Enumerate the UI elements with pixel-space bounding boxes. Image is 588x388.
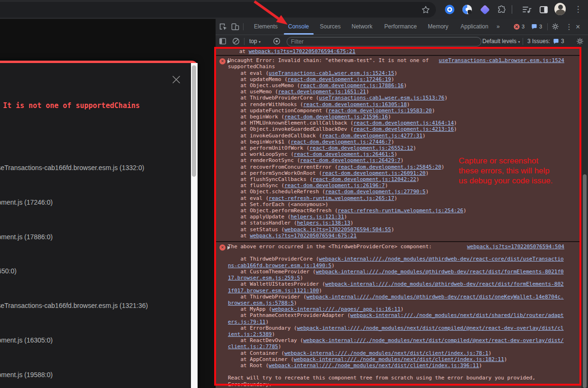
stack-frame-file[interactable]: evelopment.js (16305:0) [0, 336, 53, 344]
console-text: ) [394, 195, 398, 201]
stack-frame-file[interactable]: evelopment.js (17886:0) [0, 233, 53, 241]
console-text: ) [265, 319, 269, 325]
console-error-badge-icon[interactable] [514, 24, 520, 30]
source-link[interactable]: react-refresh-runtim…velopment.js:265:17 [269, 195, 394, 201]
source-link[interactable]: react-dom.development.js:4213:16 [353, 126, 454, 132]
source-link[interactable]: react-dom.development.js:27446:7 [290, 139, 391, 145]
tab-application[interactable]: Application [461, 19, 488, 35]
side-panel-icon[interactable] [538, 4, 549, 15]
console-text: at beginWork ( [228, 114, 284, 120]
source-link[interactable]: react.development.js:1651:21 [278, 89, 366, 95]
filter-input[interactable] [287, 37, 481, 46]
console-text: at Container ( [228, 350, 284, 356]
console-settings-gear-icon[interactable] [576, 37, 584, 45]
source-link[interactable]: react-dom.development.js:4164:14 [353, 120, 454, 126]
extension-blue-circle-icon[interactable] [444, 4, 455, 15]
source-link[interactable]: webpack.js?ts=1702205076594:504:55 [284, 226, 391, 233]
source-link[interactable]: webpack-internal:///./node_modules/next/… [294, 356, 504, 362]
context-selector[interactable]: top ▾ [249, 35, 261, 48]
console-text: at updateFunctionComponent ( [228, 108, 328, 114]
source-link[interactable]: react-dom.development.js:16305:18 [303, 101, 407, 108]
console-line: at Container (webpack-internal:///./node… [228, 350, 564, 356]
tab-network[interactable]: Network [352, 19, 372, 35]
tab-bar-separator [243, 23, 244, 30]
devtools-close-icon[interactable]: × [576, 19, 580, 35]
source-link[interactable]: useTransactions-cab1…wser.esm.js:1524:15 [269, 70, 394, 76]
console-error-message-1: × useTransactions-cab1…browser.esm.js:15… [216, 56, 581, 242]
devtools-tab-bar: ElementsConsoleSourcesNetworkPerformance… [216, 19, 588, 35]
source-link[interactable]: react-dom.development.js:17886:16 [300, 82, 404, 89]
console-text: ) [385, 182, 388, 189]
source-link[interactable]: webpack-internal:///./pages/_app.js:16:1… [272, 306, 401, 312]
console-text: at updateMemo ( [228, 76, 288, 82]
console-scrollbar-thumb[interactable] [583, 174, 587, 388]
device-toolbar-icon[interactable] [231, 22, 240, 31]
tab-memory[interactable]: Memory [428, 19, 448, 35]
source-link[interactable]: react-dom.development.js:17246:19 [288, 76, 391, 82]
source-link[interactable]: react-dom.development.js:26429:7 [300, 157, 400, 163]
console-scrollbar[interactable] [581, 48, 588, 388]
source-link[interactable]: react-dom.development.js:21596:16 [284, 114, 388, 120]
stack-frame-file[interactable]: evelopment.js (17246:0) [0, 198, 53, 207]
source-link[interactable]: react-refresh-runtim…velopment.js:254:26 [338, 208, 463, 214]
stack-frame-file[interactable]: dist/useTransactions-cab166fd.browser.es… [0, 301, 148, 310]
overlay-scrollbar[interactable] [191, 63, 198, 388]
source-link[interactable]: react-dom.development.js:25845:20 [338, 164, 442, 170]
overlay-scrollbar-thumb[interactable] [192, 65, 196, 177]
console-line: at ErrorBoundary (webpack-internal:///./… [228, 325, 564, 337]
tab-performance[interactable]: Performance [384, 19, 417, 35]
source-link[interactable]: react-dom.development.js:4277:31 [322, 133, 423, 139]
stack-frame-file[interactable]: evelopment.js (19588:0) [0, 370, 53, 379]
close-icon[interactable] [171, 74, 181, 85]
source-link[interactable]: helpers.js:121:31 [290, 214, 344, 220]
profile-avatar[interactable] [554, 3, 566, 15]
source-link[interactable]: react-dom.development.js:26552:12 [309, 145, 413, 151]
source-link[interactable]: useTransactions-cab1…wser.esm.js:1513:76 [319, 95, 444, 101]
media-controls-icon[interactable] [521, 4, 533, 15]
active-tab-underline [284, 33, 314, 35]
issues-bubble-icon[interactable] [553, 38, 559, 45]
console-line: at beginWork (react-dom.development.js:2… [228, 114, 564, 120]
source-link[interactable]: useTransactions-cab1…browser.esm.js:1524 [439, 57, 564, 63]
source-link[interactable]: webpack-internal:///./node_modules/next/… [284, 350, 488, 356]
bookmark-star-icon[interactable] [420, 4, 431, 15]
extension-purple-diamond-icon[interactable] [479, 4, 490, 15]
source-link[interactable]: webpack.js?ts=1702205076594:675:21 [250, 233, 356, 239]
source-link[interactable]: react-dom.development.js:19583:20 [328, 108, 432, 114]
extensions-puzzle-icon[interactable] [496, 4, 507, 15]
stack-frame-file[interactable]: t.js (1650:0) [0, 267, 17, 275]
source-link[interactable]: react-dom.development.js:26461:5 [294, 151, 394, 157]
browser-menu-kebab-icon[interactable]: ⋮ [572, 4, 584, 15]
live-expression-eye-icon[interactable] [272, 37, 281, 45]
console-sidebar-icon[interactable] [218, 37, 227, 45]
address-bar[interactable] [0, 2, 436, 18]
console-text: ) [344, 214, 347, 220]
source-link[interactable]: react-dom.development.js:27790:5 [325, 189, 425, 195]
console-line: at Object.useMemo (react-dom.development… [228, 82, 564, 89]
issues-badge-icon[interactable] [531, 24, 537, 30]
more-tabs-icon[interactable]: » [497, 19, 500, 35]
expand-triangle-icon[interactable] [227, 246, 230, 250]
console-line: at Set.forEach (<anonymous>) [228, 201, 564, 208]
source-link[interactable]: react-dom.development.js:12042:22 [313, 176, 416, 182]
tab-elements[interactable]: Elements [254, 19, 278, 35]
tab-console[interactable]: Console [288, 19, 309, 35]
extension-clock-icon[interactable] [461, 4, 473, 15]
source-link[interactable]: webpack.js?ts=1702205076594:675:21 [249, 48, 355, 54]
expand-triangle-icon[interactable] [227, 60, 230, 63]
inspect-element-icon[interactable] [218, 22, 227, 31]
source-link[interactable]: helpers.js:138:13 [297, 220, 351, 226]
stack-frame-file[interactable]: dist/useTransactions-cab166fd.browser.es… [0, 163, 144, 172]
devtools-menu-kebab-icon[interactable]: ⋮ [565, 19, 573, 35]
console-text: ) [425, 189, 429, 195]
clear-console-icon[interactable] [232, 37, 240, 45]
devtools-settings-gear-icon[interactable] [551, 22, 560, 31]
tab-sources[interactable]: Sources [320, 19, 341, 35]
source-link[interactable]: webpack.js?ts=1702205076594:504 [467, 244, 564, 250]
console-text: ) [441, 164, 444, 170]
source-link[interactable]: react-dom.development.js:26196:7 [284, 182, 385, 189]
source-link[interactable]: react-dom.development.js:26091:20 [322, 170, 426, 176]
issues-label[interactable]: 3 Issues: [527, 35, 550, 48]
source-link[interactable]: webpack-internal:///./node_modules/next/… [269, 362, 479, 369]
log-levels-dropdown[interactable]: Default levels ▾ [482, 35, 520, 48]
